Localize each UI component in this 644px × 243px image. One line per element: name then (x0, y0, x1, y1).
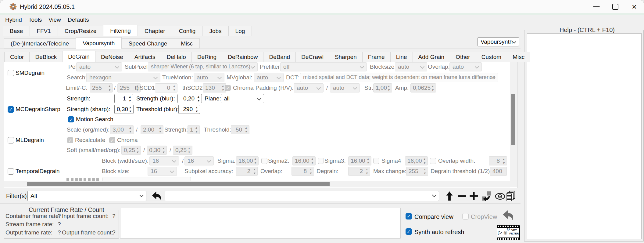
scale-org-spin[interactable]: 3,00 (110, 125, 134, 134)
horizontal-scrollbar-thumb[interactable] (27, 182, 330, 186)
subtab-speed-change[interactable]: Speed Change (121, 38, 174, 49)
subpixel-accuracy-spin[interactable]: 2 (236, 167, 258, 176)
vertical-scrollbar[interactable] (510, 62, 517, 187)
menu-defaults[interactable]: Defaults (66, 15, 91, 25)
tab-filtering[interactable]: Filtering (103, 25, 138, 36)
sigma-spin[interactable]: 16,00 (236, 156, 259, 165)
ftab-degrain[interactable]: DeGrain (62, 51, 95, 62)
sigma2-spin[interactable]: 16,00 (292, 156, 316, 165)
menu-hybrid[interactable]: Hybrid (3, 15, 24, 25)
ftab-decrawl[interactable]: DeCrawl (295, 52, 329, 62)
amp-spin[interactable]: 0,0625 (410, 83, 436, 92)
minimize-button[interactable] (587, 0, 606, 13)
mvglobal-select[interactable]: auto (254, 73, 284, 82)
overlap-width-spin[interactable]: 8 (489, 156, 507, 165)
subtab-misc[interactable]: Misc (174, 38, 200, 49)
tab-base[interactable]: Base (3, 26, 30, 36)
add-filter-button[interactable] (468, 190, 479, 201)
soft-org-spin[interactable]: 0,25 (173, 146, 192, 155)
subtab-vapoursynth[interactable]: Vapoursynth (76, 37, 122, 49)
title-bar[interactable]: Hybrid 2024.05.05.1 (0, 0, 644, 13)
tab-ffv1[interactable]: FFV1 (30, 26, 58, 36)
dct-select[interactable]: mixed spatial and DCT data; weight is de… (300, 73, 498, 82)
mldegrain-checkbox[interactable] (8, 137, 14, 143)
ml-threshold-spin[interactable]: 50 (231, 125, 249, 134)
vertical-scrollbar-thumb[interactable] (511, 94, 515, 145)
rem ove-filter-button[interactable] (456, 190, 467, 201)
soft-small-spin[interactable]: 0,25 (121, 146, 141, 155)
max-change-spin[interactable]: 255 (406, 167, 428, 176)
ftab-color[interactable]: Color (4, 52, 30, 62)
sigma2-checkbox[interactable] (261, 158, 267, 164)
ftab-frame[interactable]: Frame (362, 52, 391, 62)
tab-config[interactable]: Config (172, 26, 203, 36)
tab-chapter[interactable]: Chapter (138, 26, 172, 36)
overlap-select[interactable]: auto (449, 62, 482, 71)
padding-v-select[interactable]: auto (330, 83, 360, 92)
overlap-width-checkbox[interactable] (430, 158, 436, 164)
subpixel-select[interactable]: sharper Wiener (6 tap, similar to Lanczo… (148, 62, 258, 71)
ftab-deblock[interactable]: DeBlock (29, 52, 63, 62)
prefilter-select[interactable]: off (280, 62, 367, 71)
tab-crop-resize[interactable]: Crop/Resize (58, 26, 104, 36)
strength-sharp-spin[interactable]: 0,30 (114, 105, 134, 114)
sigma3-spin[interactable]: 16,00 (348, 156, 371, 165)
horizontal-scrollbar[interactable] (4, 181, 510, 187)
compare-view-checkbox[interactable] (406, 213, 412, 219)
filters-select[interactable]: All (27, 191, 146, 201)
ftab-misc[interactable]: Misc (507, 52, 530, 62)
block-size-select[interactable]: 16 (148, 167, 177, 176)
thscd2-spin[interactable]: 130 (203, 83, 226, 92)
soft-med-spin[interactable]: 0,30 (147, 146, 167, 155)
ftab-line[interactable]: Line (390, 52, 413, 62)
smdegrain-checkbox[interactable] (8, 70, 14, 76)
blocksize-select[interactable]: auto (395, 62, 427, 71)
ftab-custom[interactable]: Custom (476, 52, 507, 62)
motion-search-checkbox[interactable] (68, 116, 74, 122)
ftab-other[interactable]: Other (450, 52, 476, 62)
synth-auto-refresh-checkbox[interactable] (406, 228, 412, 235)
menu-tools[interactable]: Tools (27, 15, 44, 25)
vpy-filter-badge[interactable]: VPY FILTER (497, 225, 520, 240)
ftab-deband[interactable]: DeBand (263, 52, 296, 62)
scale-med-spin[interactable]: 2,00 (141, 125, 163, 134)
pel-select[interactable]: auto (76, 62, 122, 71)
td-overlap-spin[interactable]: 8 (292, 167, 314, 176)
copy-script-button[interactable] (505, 190, 516, 201)
reorder-filters-button[interactable] (481, 190, 492, 201)
subtab-deinterlace[interactable]: (De-)Interlace/Telecine (4, 38, 76, 49)
sigma3-checkbox[interactable] (318, 158, 324, 164)
move-filter-up-button[interactable] (444, 190, 455, 201)
str-spin[interactable]: 1,00 (373, 83, 392, 92)
thscd1-spin[interactable]: 0 (155, 83, 177, 92)
reload-preview-button[interactable] (501, 209, 516, 221)
block-width-select[interactable]: 16 (149, 156, 179, 165)
sigma4-checkbox[interactable] (373, 158, 379, 164)
ftab-dehalo[interactable]: DeHalo (161, 52, 191, 62)
filter-mode-select[interactable]: Vapoursynth (478, 37, 519, 46)
sigma4-spin[interactable]: 16,00 (405, 156, 428, 165)
degrain-threshold-spin[interactable]: 400 (490, 167, 507, 176)
recalculate-checkbox[interactable] (67, 137, 73, 143)
plane-select[interactable]: all (221, 94, 264, 103)
filter-search-select[interactable] (165, 191, 439, 201)
ml-strength-spin[interactable]: 1 (188, 125, 200, 134)
ftab-add-grain[interactable]: Add Grain (413, 52, 450, 62)
padding-h-select[interactable]: auto (294, 83, 324, 92)
tab-log[interactable]: Log (228, 26, 252, 36)
cropview-checkbox[interactable] (462, 213, 469, 219)
truemotion-select[interactable]: auto (194, 73, 224, 82)
maximize-button[interactable] (606, 0, 625, 13)
tab-jobs[interactable]: Jobs (202, 26, 228, 36)
ftab-dering[interactable]: DeRing (191, 52, 222, 62)
undo-filter-button[interactable] (151, 190, 162, 201)
menu-view[interactable]: View (47, 15, 63, 25)
close-button[interactable] (625, 0, 644, 13)
ftab-denoise[interactable]: DeNoise (95, 52, 129, 62)
degrain-spin[interactable]: 2 (348, 167, 370, 176)
strength-blur-spin[interactable]: 0,20 (177, 94, 202, 103)
threshold-blur-spin[interactable]: 290 (178, 105, 200, 114)
strength-spin[interactable]: 1 (114, 94, 133, 103)
ftab-derainbow[interactable]: DeRainbow (222, 52, 263, 62)
ftab-artifacts[interactable]: Artifacts (129, 52, 161, 62)
